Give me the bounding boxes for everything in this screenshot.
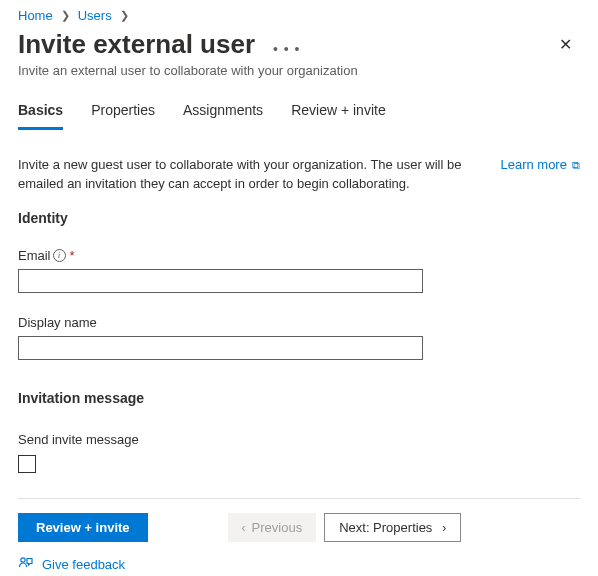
info-icon[interactable]: i xyxy=(53,249,66,262)
svg-point-0 xyxy=(21,558,25,562)
external-link-icon: ⧉ xyxy=(569,159,580,171)
breadcrumb-users[interactable]: Users xyxy=(78,8,112,23)
required-indicator: * xyxy=(70,248,75,263)
send-invite-group: Send invite message xyxy=(0,406,598,476)
intro-row: Invite a new guest user to collaborate w… xyxy=(0,130,598,202)
display-name-field-group: Display name xyxy=(0,293,598,360)
email-field[interactable] xyxy=(18,269,423,293)
more-actions-button[interactable]: • • • xyxy=(273,41,300,57)
previous-button: ‹ Previous xyxy=(228,513,317,542)
feedback-icon xyxy=(18,556,34,572)
page-title: Invite external user xyxy=(18,29,255,60)
page-header: Invite external user • • • ✕ xyxy=(0,25,598,61)
footer-buttons: Review + invite ‹ Previous Next: Propert… xyxy=(18,513,580,542)
chevron-right-icon: ❯ xyxy=(120,9,129,22)
identity-heading: Identity xyxy=(0,202,598,226)
email-label: Email i * xyxy=(18,248,580,263)
tab-assignments[interactable]: Assignments xyxy=(183,96,263,130)
intro-description: Invite a new guest user to collaborate w… xyxy=(18,156,482,194)
send-invite-label: Send invite message xyxy=(18,432,580,447)
page-subtitle: Invite an external user to collaborate w… xyxy=(0,61,598,96)
display-name-field[interactable] xyxy=(18,336,423,360)
email-field-group: Email i * xyxy=(0,226,598,293)
email-label-text: Email xyxy=(18,248,51,263)
tab-basics[interactable]: Basics xyxy=(18,96,63,130)
tab-review-invite[interactable]: Review + invite xyxy=(291,96,386,130)
learn-more-link[interactable]: Learn more ⧉ xyxy=(500,156,580,194)
send-invite-checkbox[interactable] xyxy=(18,455,36,473)
close-button[interactable]: ✕ xyxy=(551,29,580,61)
close-icon: ✕ xyxy=(559,36,572,53)
footer: Review + invite ‹ Previous Next: Propert… xyxy=(18,498,580,572)
chevron-right-icon: ❯ xyxy=(61,9,70,22)
tab-properties[interactable]: Properties xyxy=(91,96,155,130)
next-button-text: Next: Properties xyxy=(339,520,432,535)
chevron-right-icon: › xyxy=(442,521,446,535)
previous-button-text: Previous xyxy=(252,520,303,535)
chevron-left-icon: ‹ xyxy=(242,521,246,535)
learn-more-text: Learn more xyxy=(500,157,566,172)
review-invite-button[interactable]: Review + invite xyxy=(18,513,148,542)
give-feedback-link[interactable]: Give feedback xyxy=(18,556,125,572)
display-name-label: Display name xyxy=(18,315,580,330)
give-feedback-text: Give feedback xyxy=(42,557,125,572)
invitation-heading: Invitation message xyxy=(0,360,598,406)
breadcrumb: Home ❯ Users ❯ xyxy=(0,0,598,25)
breadcrumb-home[interactable]: Home xyxy=(18,8,53,23)
next-properties-button[interactable]: Next: Properties › xyxy=(324,513,461,542)
tabs: Basics Properties Assignments Review + i… xyxy=(0,96,598,130)
